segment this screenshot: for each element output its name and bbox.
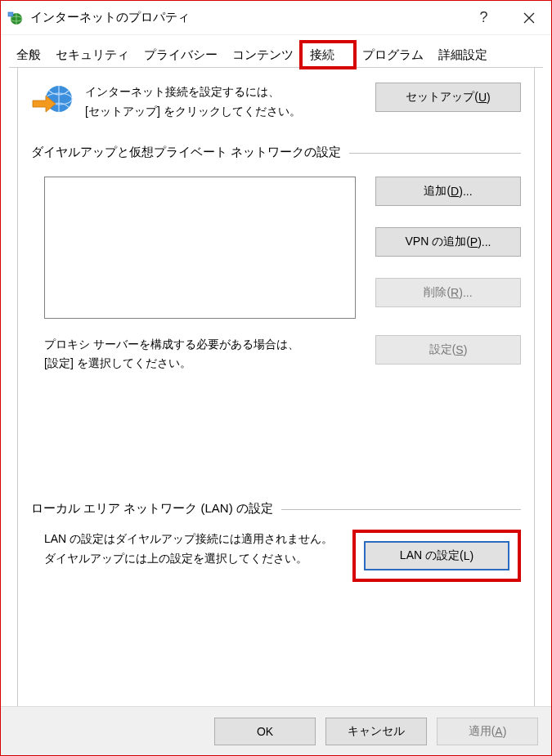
- dial-settings-key: S: [456, 343, 463, 356]
- dial-settings-label: 設定(: [429, 342, 456, 357]
- intro-text: インターネット接続を設定するには、 [セットアップ] をクリックしてください。: [85, 83, 364, 122]
- divider: [281, 509, 521, 510]
- dialup-group-head: ダイヤルアップと仮想プライベート ネットワークの設定: [31, 145, 521, 160]
- dialup-group-title: ダイヤルアップと仮想プライベート ネットワークの設定: [31, 145, 341, 160]
- titlebar: インターネットのプロパティ ?: [1, 1, 551, 35]
- lan-button-highlight: LAN の設定(L): [352, 530, 521, 582]
- lan-settings-button[interactable]: LAN の設定(L): [364, 541, 509, 570]
- add-button-label-end: )...: [459, 185, 472, 198]
- lan-text: LAN の設定はダイヤルアップ接続には適用されません。ダイヤルアップには上の設定…: [44, 530, 344, 569]
- remove-button-label-end: )...: [459, 286, 472, 299]
- apply-button-label-end: ): [503, 725, 507, 738]
- tabs-wrap: 全般 セキュリティ プライバシー コンテンツ 接続 プログラム 詳細設定 インタ…: [1, 35, 551, 718]
- cancel-button[interactable]: キャンセル: [325, 718, 427, 745]
- add-button-key: D: [451, 185, 459, 198]
- add-button-label: 追加(: [424, 184, 451, 199]
- help-button[interactable]: ?: [461, 1, 506, 34]
- lan-row: LAN の設定はダイヤルアップ接続には適用されません。ダイヤルアップには上の設定…: [31, 530, 521, 582]
- vpn-button-label-end: )...: [478, 235, 491, 248]
- lan-button-label-end: ): [469, 549, 473, 562]
- tab-programs[interactable]: プログラム: [355, 42, 431, 68]
- bottom-bar: OK キャンセル 適用(A): [1, 706, 551, 755]
- dial-settings-button: 設定(S): [375, 335, 521, 365]
- proxy-line2: [設定] を選択してください。: [44, 354, 356, 374]
- add-vpn-button[interactable]: VPN の追加(P)...: [375, 227, 521, 257]
- dialup-group: ダイヤルアップと仮想プライベート ネットワークの設定 追加(D)... VPN …: [31, 145, 521, 374]
- tabs: 全般 セキュリティ プライバシー コンテンツ 接続 プログラム 詳細設定: [9, 42, 543, 68]
- dialup-buttons: 追加(D)... VPN の追加(P)... 削除(R)...: [375, 177, 521, 307]
- close-button[interactable]: [506, 1, 551, 34]
- ok-button[interactable]: OK: [214, 718, 316, 745]
- lan-group: ローカル エリア ネットワーク (LAN) の設定 LAN の設定はダイヤルアッ…: [31, 501, 521, 582]
- tab-privacy[interactable]: プライバシー: [137, 42, 225, 68]
- setup-button[interactable]: セットアップ(U): [375, 83, 521, 112]
- lan-button-label: LAN の設定(: [400, 548, 464, 563]
- intro-line2: [セットアップ] をクリックしてください。: [85, 102, 364, 122]
- remove-button-key: R: [451, 286, 459, 299]
- tab-advanced[interactable]: 詳細設定: [431, 42, 495, 68]
- apply-button: 適用(A): [437, 718, 538, 745]
- intro-row: インターネット接続を設定するには、 [セットアップ] をクリックしてください。 …: [31, 83, 521, 122]
- vpn-button-label: VPN の追加(: [405, 235, 469, 249]
- tab-general[interactable]: 全般: [9, 42, 48, 68]
- window-title: インターネットのプロパティ: [30, 10, 461, 25]
- tab-content[interactable]: コンテンツ: [225, 42, 301, 68]
- lan-button-key: L: [464, 549, 470, 562]
- intro-line1: インターネット接続を設定するには、: [85, 83, 364, 102]
- lan-group-head: ローカル エリア ネットワーク (LAN) の設定: [31, 501, 521, 517]
- apply-button-key: A: [495, 725, 502, 738]
- tab-security[interactable]: セキュリティ: [48, 42, 137, 68]
- setup-button-label: セットアップ(: [406, 90, 478, 105]
- window-controls: ?: [461, 1, 551, 34]
- apply-button-label: 適用(: [469, 724, 496, 739]
- proxy-line1: プロキシ サーバーを構成する必要がある場合は、: [44, 335, 356, 355]
- internet-options-icon: [7, 10, 24, 26]
- remove-button: 削除(R)...: [375, 278, 521, 307]
- setup-button-key: U: [478, 91, 487, 104]
- setup-button-label-end: ): [487, 91, 491, 104]
- proxy-text: プロキシ サーバーを構成する必要がある場合は、 [設定] を選択してください。: [44, 335, 356, 374]
- globe-arrow-icon: [31, 83, 74, 119]
- vpn-button-key: P: [470, 235, 478, 248]
- dial-settings-label-end: ): [464, 343, 468, 356]
- dialup-row: 追加(D)... VPN の追加(P)... 削除(R)...: [31, 177, 521, 319]
- divider: [349, 153, 521, 154]
- tab-connections[interactable]: 接続: [301, 42, 355, 68]
- add-button[interactable]: 追加(D)...: [375, 177, 521, 206]
- remove-button-label: 削除(: [424, 285, 451, 300]
- svg-rect-2: [8, 12, 13, 16]
- dialup-listbox[interactable]: [44, 177, 356, 319]
- lan-group-title: ローカル エリア ネットワーク (LAN) の設定: [31, 501, 273, 517]
- proxy-row: プロキシ サーバーを構成する必要がある場合は、 [設定] を選択してください。 …: [31, 335, 521, 374]
- connections-panel: インターネット接続を設定するには、 [セットアップ] をクリックしてください。 …: [17, 68, 535, 718]
